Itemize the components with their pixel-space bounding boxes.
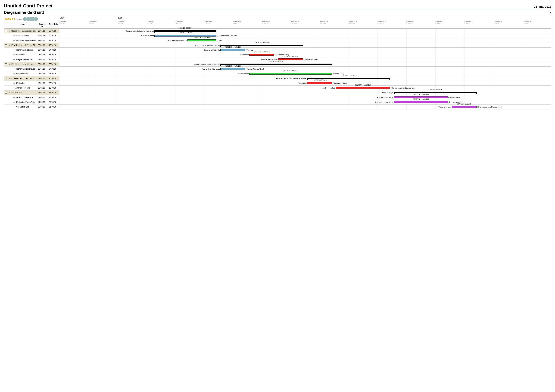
- bullet-icon: [14, 50, 15, 51]
- summary-bar[interactable]: Bilan du projet [ 11/03/16 - 31/03/16 ]: [394, 90, 477, 95]
- task-bar[interactable]: Réalisation [ 05/02/16 - 11/02/16 ] {Tho…: [249, 52, 274, 57]
- timeline-cell: Recherches théoriques préliminaires [ 13…: [59, 29, 551, 33]
- task-name: Expérience n°1: Inégalité Pl...: [11, 44, 37, 46]
- task-row[interactable]: Réalisation 19/02/16 25/02/16: [4, 81, 59, 86]
- task-row[interactable]: Réalisation 05/02/16 11/02/16: [4, 52, 59, 57]
- task-row[interactable]: Recherche Protocole 29/01/16 04/02/16: [4, 48, 59, 52]
- bar-dates: [ 13/01/16 - 28/01/16 ]: [178, 32, 193, 34]
- task-start: 05/02/16: [37, 53, 48, 57]
- week-column: Semaine 425/01/16: [204, 21, 233, 24]
- logo-area: GANTT project Nom Date de dé... Date de …: [4, 16, 59, 29]
- timeline-cell: Modélisation évolution temporelle [ 29/0…: [59, 62, 551, 67]
- bullet-icon: [14, 102, 15, 103]
- task-end: 04/02/16: [48, 48, 59, 52]
- task-name: Bilan du projet: [11, 92, 24, 94]
- task-end: 04/02/16: [48, 67, 59, 71]
- task-name: Recherches théoriques: [15, 68, 35, 70]
- task-bar[interactable]: Analyse résultats [ 26/02/16 - 10/03/16 …: [336, 86, 390, 90]
- task-row[interactable]: Préparation Oral 25/03/16 31/03/16: [4, 105, 59, 109]
- bullet-icon: [9, 64, 10, 65]
- task-end: 11/02/16: [48, 53, 59, 57]
- task-name: Notions de base: [15, 35, 29, 37]
- bullet-icon: [14, 68, 15, 70]
- week-column: Semaine 5221/12/15: [59, 21, 88, 24]
- collapse-icon[interactable]: −: [5, 64, 7, 65]
- column-headers: Nom Date de dé... Date de fin: [4, 22, 59, 29]
- logo-text: GANTT: [5, 17, 15, 21]
- task-end: 28/01/16: [48, 29, 59, 33]
- task-group-row[interactable]: − Expérience n°2: Temps car... 19/02/16 …: [4, 76, 59, 81]
- task-bar[interactable]: Réalisation PowerPoint [ 11/03/16 - 24/0…: [394, 100, 448, 104]
- task-bar[interactable]: Réalisation [ 19/02/16 - 25/02/16 ] {Tho…: [307, 81, 332, 86]
- task-name: Programmation: [15, 73, 29, 75]
- task-bar[interactable]: Recherche Protocole [ 29/01/16 - 04/02/1…: [220, 48, 245, 52]
- week-column: Semaine 1404/04/16: [493, 21, 522, 24]
- task-name: Réalisation PowerPoint: [15, 101, 35, 103]
- task-row[interactable]: Recherches théoriques 29/01/16 04/02/16: [4, 67, 59, 71]
- bar-dates: [ 05/02/16 - 11/02/16 ]: [254, 51, 270, 53]
- timeline-header: 2015 2016 Semaine 5221/12/15Semaine 5328…: [59, 16, 551, 29]
- task-row[interactable]: Analyse résultats 26/02/16 10/03/16: [4, 86, 59, 90]
- task-end: 18/02/16: [48, 43, 59, 47]
- task-start: 19/02/16: [37, 81, 48, 85]
- collapse-icon[interactable]: −: [5, 78, 7, 79]
- task-name: Préparation Oral: [15, 106, 29, 108]
- task-end: 31/03/16: [48, 105, 59, 109]
- bar-resources: {Thomas,Maxime,Nicolas,Théo}: [390, 87, 415, 89]
- task-start: 26/02/16: [37, 86, 48, 90]
- collapse-icon[interactable]: −: [5, 44, 7, 46]
- timeline-cell: Bilan du projet [ 11/03/16 - 31/03/16 ]: [59, 90, 551, 95]
- task-row[interactable]: Programmation 05/02/16 25/02/16: [4, 71, 59, 76]
- bar-label: Premières modélisations: [168, 40, 187, 42]
- timeline-cell: Programmation [ 05/02/16 - 25/02/16 ] {N…: [59, 71, 551, 76]
- task-name: Analyse des résultats: [15, 58, 34, 61]
- timeline-cell: Préparation Oral [ 25/03/16 - 31/03/16 ]…: [59, 105, 551, 109]
- chart-title: Diagramme de Gantt: [4, 10, 44, 15]
- task-start: 25/03/16: [37, 105, 48, 109]
- task-row[interactable]: Notions de base 13/01/16 28/01/16: [4, 33, 59, 38]
- week-column: Semaine 1328/03/16: [464, 21, 493, 24]
- bar-dates: [ 29/01/16 - 04/02/16 ]: [225, 65, 241, 67]
- task-group-row[interactable]: − Recherches théoriques prél... 13/01/16…: [4, 29, 59, 33]
- task-row[interactable]: Premières modélisations 21/01/16 28/01/1…: [4, 38, 59, 43]
- task-end: 10/03/16: [48, 86, 59, 90]
- task-row[interactable]: Réalisation PowerPoint 11/03/16 24/03/16: [4, 100, 59, 105]
- task-row[interactable]: Rédaction de l'article 11/03/16 24/03/16: [4, 95, 59, 100]
- gantt-chart: GANTT project Nom Date de dé... Date de …: [4, 16, 551, 109]
- logo-hex-icon: [23, 17, 37, 21]
- task-start: 11/03/16: [37, 91, 48, 94]
- collapse-icon[interactable]: −: [5, 30, 7, 32]
- task-name: Rédaction de l'article: [15, 96, 33, 99]
- bar-dates: [ 11/03/16 - 24/03/16 ]: [413, 94, 429, 95]
- task-group-row[interactable]: − Expérience n°1: Inégalité Pl... 29/01/…: [4, 43, 59, 48]
- task-start: 29/01/16: [37, 67, 48, 71]
- task-bar[interactable]: Recherches théoriques [ 29/01/16 - 04/02…: [220, 67, 245, 71]
- bar-dates: [ 21/01/16 - 28/01/16 ]: [194, 37, 210, 38]
- task-end: 24/03/16: [48, 100, 59, 104]
- collapse-icon[interactable]: −: [5, 92, 7, 94]
- timeline-cell: Analyse résultats [ 26/02/16 - 10/03/16 …: [59, 86, 551, 90]
- project-title: Untitled Gantt Project: [4, 3, 52, 8]
- timeline-cell: Notions de base [ 13/01/16 - 28/01/16 ] …: [59, 33, 551, 38]
- bullet-icon: [14, 35, 15, 36]
- task-row[interactable]: Analyse des résultats 12/02/16 18/02/16: [4, 57, 59, 62]
- task-group-row[interactable]: − Modélisation évolution te... 29/01/16 …: [4, 62, 59, 67]
- bar-dates: [ 29/01/16 - 18/02/16 ]: [254, 42, 270, 43]
- bar-label: Recherches théoriques préliminaires: [126, 30, 154, 32]
- task-name: Recherche Protocole: [15, 49, 33, 51]
- task-bar[interactable]: Programmation [ 05/02/16 - 25/02/16 ] {N…: [249, 71, 332, 76]
- bar-label: Bilan du projet: [382, 92, 394, 94]
- bar-label: Recherches théoriques: [202, 68, 220, 70]
- bar-label: Expérience n°1: Inégalité Plateau: [194, 44, 220, 46]
- bar-label: Analyse des résultats: [261, 58, 278, 60]
- week-column: Semaine 608/02/16: [262, 21, 291, 24]
- col-end: Date de fin: [48, 22, 59, 29]
- bar-resources: {Thomas,Maxime}: [303, 58, 318, 60]
- task-group-row[interactable]: − Bilan du projet 11/03/16 31/03/16: [4, 90, 59, 95]
- bar-dates: [ 19/02/16 - 25/02/16 ]: [312, 79, 327, 81]
- project-date: 28 janv. 2016: [534, 5, 551, 8]
- task-start: 05/02/16: [37, 72, 48, 75]
- bullet-icon: [14, 97, 15, 98]
- task-bar[interactable]: Premières modélisations [ 21/01/16 - 28/…: [188, 38, 216, 43]
- task-bar[interactable]: Préparation Oral [ 25/03/16 - 31/03/16 ]…: [452, 105, 477, 109]
